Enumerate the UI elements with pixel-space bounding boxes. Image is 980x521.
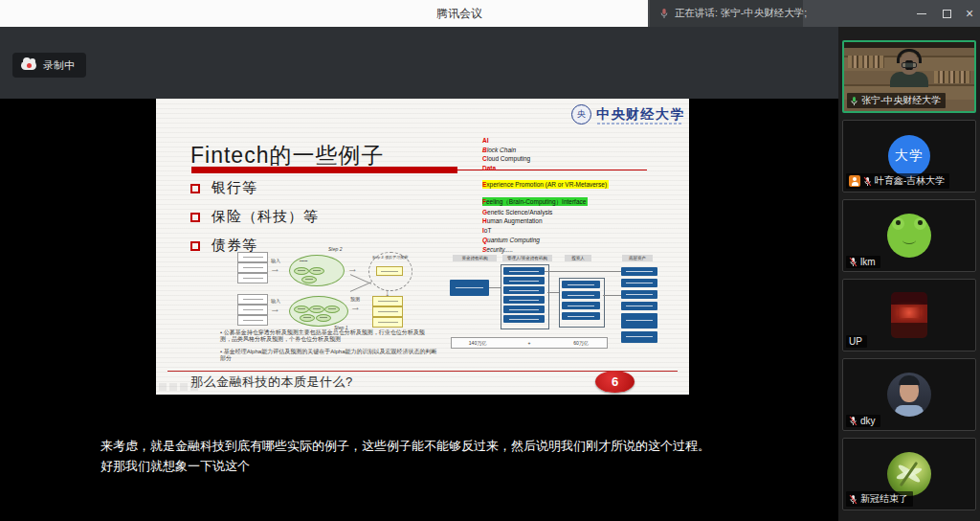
flow-header: 管理人/资金持有机构 — [502, 255, 552, 261]
diagram-box — [503, 286, 545, 294]
initials-avatar: 大学 — [888, 135, 930, 177]
diagram-ellipse — [316, 314, 331, 322]
diagram-box — [237, 252, 268, 262]
slide: 央 中央财经大学 Fintech的一些例子 银行等 保险（科技）等 债券等 AI… — [156, 99, 689, 395]
tech-list: AI Block Chain Cloud Computing Data Expe… — [482, 136, 689, 254]
flow-header: 底层资产 — [622, 255, 653, 261]
diagram-box — [503, 277, 545, 284]
bullet-item: 银行等 — [190, 179, 257, 197]
diagram-box — [562, 302, 600, 309]
tech-item: Human Augmentation — [482, 216, 689, 226]
participant-tile-zhangning[interactable]: 张宁-中央财经大学 — [842, 40, 976, 113]
speaking-indicator: 正在讲话: 张宁-中央财经大学; — [650, 0, 803, 27]
diagram-box — [237, 315, 268, 326]
bookshelf-decor — [934, 71, 970, 83]
participant-name-label: lkm — [846, 256, 880, 268]
mic-muted-icon — [849, 416, 858, 426]
page-number-badge: 6 — [595, 371, 635, 393]
diagram-ellipse — [294, 267, 309, 275]
diagram-ellipse — [309, 267, 324, 275]
bookshelf-decor — [848, 56, 884, 68]
frog-avatar — [887, 214, 931, 258]
recording-label: 录制中 — [43, 58, 75, 73]
diagram-box — [562, 312, 600, 320]
arrow-icon: → — [347, 264, 358, 272]
tech-item-highlight-yellow: Experience Promotion (AR or VR-Metaverse… — [482, 180, 609, 190]
diagram-box — [621, 279, 657, 287]
footer-divider — [167, 371, 678, 372]
participant-name-label: 张宁-中央财经大学 — [847, 93, 946, 108]
totals-bar: 140万亿 + 60万亿 — [451, 337, 608, 349]
connector-line — [489, 287, 501, 288]
participant-name-label: UP — [846, 335, 867, 348]
title-underline — [191, 167, 457, 173]
participant-tile-up[interactable]: UP — [842, 279, 976, 351]
diagram-box — [376, 266, 403, 276]
diagram-ellipse — [324, 306, 340, 313]
member-badge-icon — [849, 175, 860, 187]
tech-item-highlight-green: Feeling（Brain-Computing）Interface — [482, 197, 588, 207]
caption-line-1: 来考虑，就是金融科技到底有哪些实际的例子，这些例子能不能够反过来，然后说明我们刚… — [100, 436, 790, 456]
diagram-box — [562, 281, 600, 288]
diagram-box — [621, 313, 657, 328]
participant-tile-lkm[interactable]: lkm — [842, 199, 976, 272]
mic-muted-icon — [849, 494, 858, 505]
minimize-icon — [917, 13, 926, 14]
participant-tile-yeyuxin[interactable]: 大学 叶育鑫-吉林大学 — [842, 120, 976, 193]
arrow-icon: ↓ — [385, 288, 390, 296]
diagram-ellipse — [309, 306, 324, 313]
diagram-box — [562, 291, 600, 299]
diagram-ellipse — [301, 276, 317, 283]
mic-muted-icon — [849, 257, 858, 267]
diagram-box — [237, 262, 268, 273]
restore-icon — [943, 10, 951, 18]
connector-line — [350, 282, 371, 292]
diagram-box — [621, 267, 657, 276]
diagram-box — [372, 296, 403, 306]
tech-item: AI — [482, 136, 689, 146]
dragonfly-avatar — [887, 452, 931, 496]
university-name-subline — [597, 123, 681, 125]
connector-line — [603, 295, 621, 296]
screen-share-stage: 录制中 央 中央财经大学 Fintech的一些例子 银行等 保险（科技）等 债券… — [0, 27, 838, 521]
restore-button[interactable] — [934, 0, 959, 27]
minimize-button[interactable] — [909, 0, 934, 27]
live-caption: 来考虑，就是金融科技到底有哪些实际的例子，这些例子能不能够反过来，然后说明我们刚… — [100, 436, 790, 476]
tech-item: Cloud Computing — [482, 154, 689, 164]
diagram-ellipse — [294, 306, 309, 313]
tech-item: Data — [482, 164, 689, 173]
connector-line — [547, 292, 559, 293]
diagram-box — [503, 296, 545, 304]
participant-tile-dky[interactable]: dky — [842, 358, 976, 431]
diagram-box — [503, 267, 545, 275]
diagram-ellipse — [300, 314, 315, 322]
diagram-box — [621, 290, 657, 299]
record-dot-icon — [27, 63, 32, 68]
tech-item: Genetic Science/Analysis — [482, 208, 689, 217]
participant-tile-xinguan[interactable]: 新冠结束了 — [842, 438, 976, 510]
diagram-box — [237, 305, 268, 315]
mic-active-icon — [850, 96, 858, 106]
diagram-box — [503, 306, 545, 313]
close-icon: × — [966, 7, 973, 20]
app-title: 腾讯会议 — [392, 0, 526, 27]
slide-note: • 基金经理Alpha能力评估及预测的关键在于Alpha能力的识别以及宏观经济状… — [220, 349, 440, 361]
diagram-micro-label: ▪▪▪▪▪▪ — [300, 259, 308, 263]
diagram-box — [237, 294, 268, 305]
tech-item: Block Chain — [482, 146, 689, 155]
arrow-icon: → — [270, 264, 280, 272]
diagram-box — [621, 302, 657, 310]
presenter-figure — [890, 53, 928, 87]
diagram-box — [450, 280, 489, 296]
tech-item: IoT — [482, 226, 689, 236]
close-button[interactable]: × — [957, 0, 980, 27]
recording-badge[interactable]: 录制中 — [12, 53, 86, 78]
speaking-status-text: 正在讲话: 张宁-中央财经大学; — [675, 7, 807, 20]
diagram-box — [621, 331, 657, 343]
tech-item: Security..... — [482, 245, 689, 255]
flow-header: 资金持有机构 — [453, 255, 497, 261]
bullet-square-icon — [190, 241, 200, 251]
flow-header: 投资人 — [565, 255, 591, 261]
participant-name-label: 叶育鑫-吉林大学 — [846, 173, 949, 189]
participants-sidebar[interactable]: 张宁-中央财经大学 大学 叶育鑫-吉林大学 — [838, 27, 980, 521]
